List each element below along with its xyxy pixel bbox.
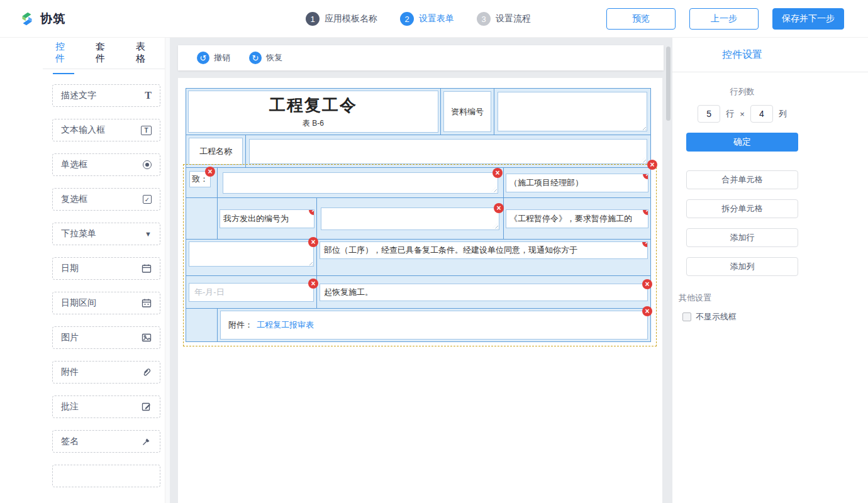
table-cell[interactable]: 资料编号 <box>441 89 494 135</box>
delete-icon[interactable]: × <box>643 209 648 215</box>
prev-step-button[interactable]: 上一步 <box>689 8 759 30</box>
delete-icon[interactable]: × <box>642 306 652 316</box>
save-next-button[interactable]: 保存并下一步 <box>772 8 844 30</box>
preview-button[interactable]: 预览 <box>606 8 676 30</box>
step-template-name[interactable]: 1 应用模板名称 <box>306 12 377 26</box>
control-item-date[interactable]: 日期 <box>52 257 160 280</box>
table-cell[interactable]: 工程复工令 表 B-6 <box>186 89 441 135</box>
table-cell[interactable]: × <box>218 168 504 197</box>
calendar-range-icon <box>142 298 152 308</box>
tab-tables[interactable]: 表格 <box>133 38 155 74</box>
delete-icon[interactable]: × <box>308 237 318 247</box>
sidebar-scrollbar[interactable] <box>165 38 170 503</box>
table-cell[interactable]: 部位（工序），经查已具备复工条件。经建设单位同意，现通知你方于 × <box>317 240 650 275</box>
delete-icon[interactable]: × <box>309 209 314 215</box>
control-item-label: 附件 <box>61 367 79 378</box>
project-name-label-box[interactable]: 工程名称 <box>189 138 243 165</box>
resize-handle-icon[interactable] <box>491 187 497 192</box>
control-item-radio[interactable]: 单选框 <box>52 153 160 176</box>
resume-suffix-text: 起恢复施工。 <box>324 287 373 298</box>
settings-panel-title: 控件设置 <box>686 48 798 62</box>
delete-icon[interactable]: × <box>205 167 215 177</box>
add-row-button[interactable]: 添加行 <box>686 228 798 247</box>
delete-icon[interactable]: × <box>494 203 504 213</box>
merge-cells-button[interactable]: 合并单元格 <box>686 170 798 189</box>
table-cell[interactable]: 我方发出的编号为 × <box>218 198 317 239</box>
control-item-text-input[interactable]: 文本输入框 T <box>52 119 160 141</box>
resize-handle-icon[interactable] <box>307 260 313 265</box>
control-item-image[interactable]: 图片 <box>52 326 160 349</box>
table-cell[interactable]: × <box>317 198 504 239</box>
tab-controls[interactable]: 控件 <box>53 38 74 74</box>
work-section-input[interactable]: × <box>189 241 314 267</box>
control-item-signature[interactable]: 签名 <box>52 430 160 453</box>
doc-no-label-box[interactable]: 资料编号 <box>443 91 491 132</box>
undo-button[interactable]: ↺ 撤销 <box>197 52 230 64</box>
resize-handle-icon[interactable] <box>492 223 498 229</box>
delete-icon[interactable]: × <box>642 241 648 247</box>
split-cell-button[interactable]: 拆分单元格 <box>686 199 798 218</box>
table-cell[interactable]: × <box>186 240 317 275</box>
form-subtitle: 表 B-6 <box>303 118 324 129</box>
form-title-box[interactable]: 工程复工令 表 B-6 <box>188 91 438 133</box>
grid-size-label: 行列数 <box>686 86 798 97</box>
resume-suffix-box[interactable]: 起恢复施工。 × <box>320 284 648 301</box>
add-column-button[interactable]: 添加列 <box>686 257 798 276</box>
resize-handle-icon[interactable] <box>640 157 646 163</box>
to-label-box[interactable]: 致： × <box>189 171 211 187</box>
table-cell[interactable]: 起恢复施工。 × <box>317 276 650 308</box>
selected-row-group[interactable]: × 致： × × <box>186 168 650 341</box>
project-name-input[interactable] <box>249 139 647 164</box>
table-cell[interactable]: 工程名称 <box>186 135 246 167</box>
redo-button[interactable]: ↻ 恢复 <box>249 52 282 64</box>
table-cell[interactable] <box>186 198 218 239</box>
canvas-scrollbar[interactable] <box>666 47 670 121</box>
control-item-label: 下拉菜单 <box>61 228 96 240</box>
attachment-link[interactable]: 工程复工报审表 <box>257 319 314 331</box>
issued-label-box[interactable]: 我方发出的编号为 × <box>220 209 314 228</box>
table-row: 致： × × （施工项目经理部） × <box>186 168 650 198</box>
table-row: 工程复工令 表 B-6 资料编号 <box>186 89 650 135</box>
table-cell[interactable] <box>186 309 218 341</box>
table-cell[interactable]: 《工程暂停令》，要求暂停施工的 × <box>504 198 650 239</box>
resize-handle-icon[interactable] <box>640 124 646 130</box>
order-number-input[interactable]: × <box>321 207 499 230</box>
control-item-describe-text[interactable]: 描述文字 T <box>52 84 160 107</box>
hide-border-option[interactable]: 不显示线框 <box>682 311 868 323</box>
body-text-box[interactable]: 部位（工序），经查已具备复工条件。经建设单位同意，现通知你方于 × <box>320 241 648 259</box>
order-suffix-box[interactable]: 《工程暂停令》，要求暂停施工的 × <box>506 209 648 228</box>
control-item-date-range[interactable]: 日期区间 <box>52 292 160 314</box>
text-icon: T <box>145 90 152 101</box>
confirm-button[interactable]: 确定 <box>686 133 798 152</box>
to-suffix-box[interactable]: （施工项目经理部） × <box>506 174 648 192</box>
delete-icon[interactable]: × <box>642 279 652 289</box>
hide-border-checkbox-icon[interactable] <box>682 312 691 321</box>
control-item-checkbox[interactable]: 复选框 ✓ <box>52 188 160 211</box>
control-item-dropdown[interactable]: 下拉菜单 ▼ <box>52 223 160 245</box>
tab-kits[interactable]: 套件 <box>93 38 114 74</box>
resume-date-input[interactable]: 年-月-日 × <box>189 283 314 302</box>
delete-icon[interactable]: × <box>492 168 503 178</box>
table-cell[interactable] <box>494 89 650 135</box>
control-item-attachment[interactable]: 附件 <box>52 361 160 384</box>
to-recipient-input[interactable]: × <box>223 172 498 194</box>
cols-input[interactable]: 4 <box>750 105 773 123</box>
delete-icon[interactable]: × <box>308 279 318 289</box>
table-cell[interactable] <box>246 135 650 167</box>
step-form-setup[interactable]: 2 设置表单 <box>400 12 454 26</box>
step-2-number: 2 <box>400 12 414 26</box>
delete-group-icon[interactable]: × <box>647 160 657 170</box>
attachment-box[interactable]: 附件： 工程复工报审表 × <box>220 311 648 340</box>
table-cell[interactable]: 年-月-日 × <box>186 276 317 308</box>
control-item-partial[interactable] <box>52 465 160 487</box>
table-cell[interactable]: （施工项目经理部） × <box>504 168 650 197</box>
step-flow-setup[interactable]: 3 设置流程 <box>477 12 531 26</box>
table-cell[interactable]: 附件： 工程复工报审表 × <box>218 309 650 341</box>
control-item-annotation[interactable]: 批注 <box>52 395 160 418</box>
rows-input[interactable]: 5 <box>698 105 720 123</box>
undo-icon: ↺ <box>197 52 209 64</box>
to-suffix-text: （施工项目经理部） <box>509 177 583 189</box>
doc-no-input[interactable] <box>498 92 647 131</box>
table-cell[interactable]: 致： × <box>186 168 218 197</box>
delete-icon[interactable]: × <box>643 174 648 179</box>
